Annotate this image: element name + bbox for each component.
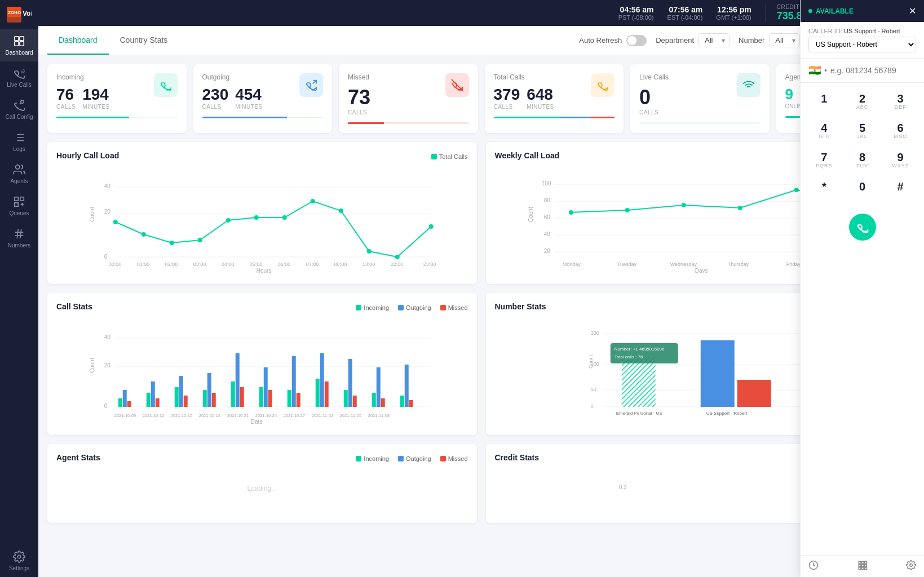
- stat-icon-total: [591, 73, 614, 97]
- dial-key-4[interactable]: 4GHI: [806, 118, 842, 145]
- tab-dashboard[interactable]: Dashboard: [47, 26, 109, 55]
- charts-row-1: Hourly Call Load Total Calls 40 20 0: [47, 142, 915, 284]
- svg-text:08:00: 08:00: [334, 261, 347, 267]
- svg-text:0: 0: [590, 403, 593, 409]
- svg-text:Emerald Personal - US: Emerald Personal - US: [616, 411, 662, 416]
- svg-text:07:00: 07:00: [306, 261, 319, 267]
- dial-key-star[interactable]: *: [806, 176, 842, 203]
- dial-key-2[interactable]: 2ABC: [845, 88, 881, 116]
- svg-rect-119: [405, 365, 409, 407]
- svg-text:02:00: 02:00: [165, 261, 178, 267]
- svg-text:Display Name: Display Name: [672, 418, 704, 419]
- svg-rect-112: [344, 390, 348, 407]
- svg-text:50: 50: [590, 387, 596, 392]
- dialpad-keys: 1 2ABC 3DEF 4GHI 5JKL 6MNO 7PQRS 8TUV 9W…: [801, 83, 924, 209]
- svg-rect-92: [151, 381, 155, 407]
- sidebar-item-settings[interactable]: Settings: [0, 545, 38, 577]
- toggle-knob: [627, 36, 636, 45]
- legend-missed-dot: [440, 305, 446, 310]
- dial-call-button[interactable]: [849, 214, 876, 241]
- dialpad-close-button[interactable]: ✕: [909, 6, 916, 16]
- svg-line-15: [17, 229, 18, 239]
- svg-rect-157: [861, 565, 864, 567]
- stat-bar-outgoing: [202, 117, 324, 118]
- dialpad-history-button[interactable]: [808, 560, 819, 572]
- svg-rect-107: [292, 356, 296, 407]
- dial-key-3[interactable]: 3DEF: [882, 88, 918, 116]
- svg-rect-147: [737, 380, 771, 407]
- svg-rect-118: [400, 396, 404, 407]
- svg-rect-104: [264, 367, 268, 407]
- dial-key-6[interactable]: 6MNO: [882, 118, 918, 145]
- hourly-chart-svg: 40 20 0 Count: [56, 171, 468, 273]
- svg-text:2021-10-27: 2021-10-27: [284, 413, 305, 418]
- svg-rect-117: [381, 398, 385, 407]
- svg-point-35: [226, 218, 231, 223]
- sidebar-item-queues[interactable]: Queues: [0, 190, 38, 222]
- svg-rect-10: [15, 197, 18, 201]
- dialpad-grid-button[interactable]: [857, 560, 868, 572]
- svg-rect-6: [15, 42, 19, 46]
- svg-text:Count: Count: [89, 207, 95, 222]
- number-control: Number All: [739, 33, 800, 47]
- svg-rect-99: [212, 393, 216, 407]
- department-select[interactable]: All: [698, 33, 730, 47]
- svg-text:2021-10-21: 2021-10-21: [227, 413, 249, 418]
- svg-text:Total calls : 76: Total calls : 76: [614, 354, 643, 359]
- svg-rect-106: [288, 390, 291, 407]
- chart-hourly: Hourly Call Load Total Calls 40 20 0: [47, 142, 477, 284]
- dialpad-settings-button[interactable]: [906, 560, 916, 572]
- dial-key-1[interactable]: 1: [806, 88, 842, 116]
- svg-text:0: 0: [104, 254, 108, 260]
- svg-text:Thursday: Thursday: [727, 261, 749, 267]
- svg-rect-153: [859, 561, 861, 563]
- topbar: Dashboard Country Stats Auto Refresh Dep…: [38, 26, 924, 55]
- department-select-wrap: All: [698, 33, 730, 47]
- sidebar-item-agents[interactable]: Agents: [0, 158, 38, 190]
- caller-id-select[interactable]: US Support - Robert: [808, 37, 916, 52]
- auto-refresh-toggle[interactable]: [626, 35, 647, 46]
- svg-text:ZOHO: ZOHO: [8, 10, 21, 15]
- dial-key-8[interactable]: 8TUV: [845, 147, 881, 174]
- svg-rect-161: [864, 567, 866, 570]
- dial-key-9[interactable]: 9WXYZ: [882, 147, 918, 174]
- dialpad-overlay: AVAILABLE ✕ CALLER ID: US Support - Robe…: [800, 0, 924, 577]
- svg-rect-101: [236, 353, 240, 407]
- legend-as-incoming: [356, 456, 361, 461]
- svg-text:2021-11-05: 2021-11-05: [340, 413, 361, 418]
- svg-point-8: [21, 100, 24, 104]
- charts-row-3: Agent Stats Incoming Outgoing Missed: [47, 444, 915, 523]
- svg-point-9: [16, 165, 20, 169]
- callstats-chart-svg: 40 20 0 Count: [56, 322, 468, 424]
- sidebar-item-logs[interactable]: Logs: [0, 126, 38, 158]
- number-select-wrap: All: [769, 33, 800, 47]
- svg-text:2021-11-08: 2021-11-08: [368, 413, 390, 418]
- tab-country-stats[interactable]: Country Stats: [109, 26, 179, 55]
- sidebar-item-call-config[interactable]: Call Config: [0, 94, 38, 126]
- svg-rect-113: [348, 359, 352, 407]
- stat-bar-incoming: [56, 117, 178, 118]
- chart-agentstats: Agent Stats Incoming Outgoing Missed: [47, 444, 477, 523]
- dial-key-5[interactable]: 5JKL: [845, 118, 881, 145]
- dialpad-footer: [801, 555, 924, 577]
- svg-text:Voice: Voice: [23, 10, 32, 17]
- sidebar-item-numbers[interactable]: Numbers: [0, 222, 38, 254]
- number-select[interactable]: All: [769, 33, 800, 47]
- phone-number-input[interactable]: [830, 66, 924, 75]
- dial-key-0[interactable]: 0: [845, 176, 881, 203]
- svg-point-37: [282, 215, 287, 220]
- svg-text:40: 40: [104, 334, 111, 340]
- svg-point-67: [568, 210, 573, 215]
- svg-text:2021-10-12: 2021-10-12: [143, 413, 164, 418]
- svg-text:40: 40: [104, 183, 111, 189]
- dial-key-7[interactable]: 7PQRS: [806, 147, 842, 174]
- stat-icon-incoming: [154, 73, 178, 97]
- sidebar-item-dashboard[interactable]: Dashboard: [0, 29, 38, 61]
- legend-incoming-dot: [356, 305, 361, 310]
- stat-card-live: Live Calls 0 CALLS: [630, 64, 770, 133]
- svg-point-68: [625, 208, 629, 212]
- sidebar-item-live-calls[interactable]: Live Calls: [0, 61, 38, 94]
- svg-rect-155: [864, 561, 866, 563]
- svg-rect-120: [409, 400, 413, 407]
- dial-key-hash[interactable]: #: [882, 176, 918, 203]
